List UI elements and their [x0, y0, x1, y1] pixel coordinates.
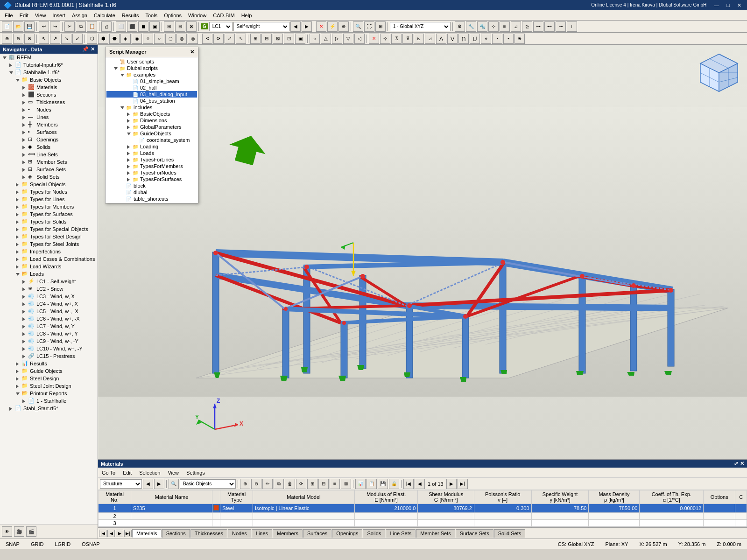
tb2-btn-32[interactable]: ✕ — [369, 34, 379, 44]
nav-file-tutorial[interactable]: 📄 Tutorial-Input.rf6* — [0, 61, 98, 69]
nav-membersets[interactable]: ⊞ Member Sets — [0, 158, 98, 166]
load-cases-arrow[interactable] — [16, 257, 21, 261]
lc15-arrow[interactable] — [22, 354, 28, 358]
tb2-btn-43[interactable]: ⋅ — [492, 34, 502, 44]
menu-item-insert[interactable]: Insert — [49, 12, 68, 19]
sm-item-includes[interactable]: 📁includes — [106, 104, 197, 111]
sm-item-dimensions[interactable]: 📁Dimensions — [106, 117, 197, 124]
printout-reports-arrow[interactable] — [16, 391, 21, 396]
status-snap[interactable]: SNAP — [4, 541, 21, 547]
tb-btn-18[interactable]: 🔧 — [466, 21, 476, 32]
nav-stahl-start[interactable]: 📄 Stahl_Start.rf6* — [0, 405, 98, 412]
nav-surfacesets[interactable]: ⊟ Surface Sets — [0, 166, 98, 173]
tb2-btn-9[interactable]: ⬢ — [98, 34, 108, 44]
tb2-btn-41[interactable]: ⋃ — [470, 34, 480, 44]
sm-arrow[interactable] — [120, 183, 126, 188]
nav-lc3[interactable]: 💨 LC3 - Wind, w, X — [0, 293, 98, 300]
lc8-arrow[interactable] — [22, 331, 28, 336]
nav-load-cases[interactable]: 📁 Load Cases & Combinations — [0, 255, 98, 263]
nav-lc9[interactable]: 💨 LC9 - Wind, w-, -Y — [0, 337, 98, 345]
table-row[interactable]: 2 — [99, 513, 747, 520]
tab-surfaces[interactable]: Surfaces — [303, 529, 331, 538]
nav-lc5[interactable]: 💨 LC5 - Wind, w-, -X — [0, 308, 98, 315]
page-first[interactable]: |◀ — [403, 479, 414, 489]
nav-types-solids[interactable]: 📁 Types for Solids — [0, 218, 98, 225]
lc1-arrow[interactable] — [22, 279, 28, 284]
table-row[interactable]: 1 S235 Steel Isotropic | Linear Elastic … — [99, 504, 747, 513]
sm-arrow[interactable] — [114, 66, 120, 70]
nav-nodes[interactable]: • Nodes — [0, 106, 98, 113]
nav-imperfections[interactable]: 📁 Imperfections — [0, 248, 98, 255]
bt-view[interactable]: View — [166, 469, 181, 476]
tb2-btn-16[interactable]: ◍ — [176, 34, 187, 44]
results-arrow[interactable] — [16, 361, 21, 366]
tb-btn-9[interactable]: ⊞ — [164, 21, 174, 32]
menu-item-calculate[interactable]: Calculate — [91, 12, 118, 19]
nav-sections[interactable]: ⬛ Sections — [0, 91, 98, 98]
tb-btn-24[interactable]: ⊶ — [533, 21, 543, 32]
sm-item-04_bus_station[interactable]: 📄04_bus_station — [106, 98, 197, 104]
tb-btn-13[interactable]: ⊕ — [338, 21, 349, 32]
tb-btn-19[interactable]: 🔩 — [477, 21, 487, 32]
tab-prev-button[interactable]: ◀ — [107, 530, 115, 537]
tab-last-button[interactable]: ▶| — [124, 530, 132, 537]
close-button[interactable]: ✕ — [735, 2, 743, 8]
tb2-btn-3[interactable]: ⊗ — [24, 34, 35, 44]
nav-guide-objects[interactable]: 📁 Guide Objects — [0, 367, 98, 375]
tb2-btn-8[interactable]: ⬡ — [87, 34, 97, 44]
tb2-btn-27[interactable]: ⟐ — [310, 34, 320, 44]
sm-arrow[interactable] — [127, 177, 133, 182]
lc10-arrow[interactable] — [22, 346, 28, 351]
tb2-btn-33[interactable]: ⊹ — [380, 34, 390, 44]
tb-btn-14[interactable]: 🔍 — [353, 21, 363, 32]
solidsets-arrow[interactable] — [22, 175, 28, 179]
tb-table-9[interactable]: ≡ — [330, 479, 340, 489]
sm-arrow[interactable] — [127, 170, 133, 175]
surfacesets-arrow[interactable] — [22, 167, 28, 172]
lc-name-combo[interactable]: Self-weight — [233, 22, 289, 31]
sm-arrow[interactable] — [120, 196, 126, 201]
table-row[interactable]: 3 — [99, 520, 747, 527]
nav-lc8[interactable]: 💨 LC8 - Wind, w+, Y — [0, 330, 98, 337]
tb-btn-20[interactable]: ⊹ — [488, 21, 499, 32]
nav-icon-2[interactable]: 🎥 — [14, 526, 24, 537]
lc6-arrow[interactable] — [22, 316, 28, 321]
tb-table-7[interactable]: ⊞ — [307, 479, 317, 489]
nav-types-special[interactable]: 📁 Types for Special Objects — [0, 225, 98, 233]
menu-item-window[interactable]: Window — [185, 12, 209, 19]
tb2-btn-20[interactable]: ⤢ — [225, 34, 235, 44]
nav-surfaces[interactable]: ▪ Surfaces — [0, 128, 98, 136]
types-members-arrow[interactable] — [16, 204, 21, 209]
page-next[interactable]: ▶ — [446, 479, 457, 489]
print-button[interactable]: 🖨 — [101, 21, 112, 32]
tb-btn-12[interactable]: ⚡ — [327, 21, 338, 32]
nav-lc1[interactable]: ⚡ LC1 - Self-weight — [0, 278, 98, 285]
tb-table-11[interactable]: 📊 — [355, 479, 366, 489]
sm-item-loads[interactable]: 📁Loads — [106, 150, 197, 156]
nav-special-objects[interactable]: 📁 Special Objects — [0, 181, 98, 188]
sm-arrow[interactable] — [127, 144, 133, 149]
sections-arrow[interactable] — [22, 92, 28, 97]
tb-table-3[interactable]: ✏ — [262, 479, 273, 489]
menu-item-help[interactable]: Help — [239, 12, 255, 19]
lc4-arrow[interactable] — [22, 301, 28, 306]
tb-table-1[interactable]: ⊕ — [240, 479, 250, 489]
cut-button[interactable]: ✂ — [64, 21, 75, 32]
tab-member-sets[interactable]: Member Sets — [416, 529, 455, 538]
nav-types-members[interactable]: 📁 Types for Members — [0, 203, 98, 210]
sm-item-dlubal[interactable]: 📄dlubal — [106, 189, 197, 196]
sm-arrow[interactable] — [127, 125, 133, 129]
sm-arrow[interactable] — [127, 85, 133, 90]
nav-materials[interactable]: 🧱 Materials — [0, 84, 98, 91]
stahl-start-arrow[interactable] — [9, 406, 15, 411]
sm-item-02_hall[interactable]: 📄02_hall — [106, 84, 197, 91]
sm-arrow[interactable] — [127, 118, 133, 123]
steel-design-arrow[interactable] — [16, 376, 21, 381]
nav-printout-reports[interactable]: 📂 Printout Reports — [0, 390, 98, 397]
types-steel-design-arrow[interactable] — [16, 234, 21, 239]
tb-btn-6[interactable]: ⬛ — [127, 21, 137, 32]
nav-loads[interactable]: 📂 Loads — [0, 270, 98, 278]
tb2-btn-40[interactable]: ⋂ — [458, 34, 469, 44]
tb2-btn-5[interactable]: ↗ — [50, 34, 60, 44]
tab-solids[interactable]: Solids — [363, 529, 385, 538]
